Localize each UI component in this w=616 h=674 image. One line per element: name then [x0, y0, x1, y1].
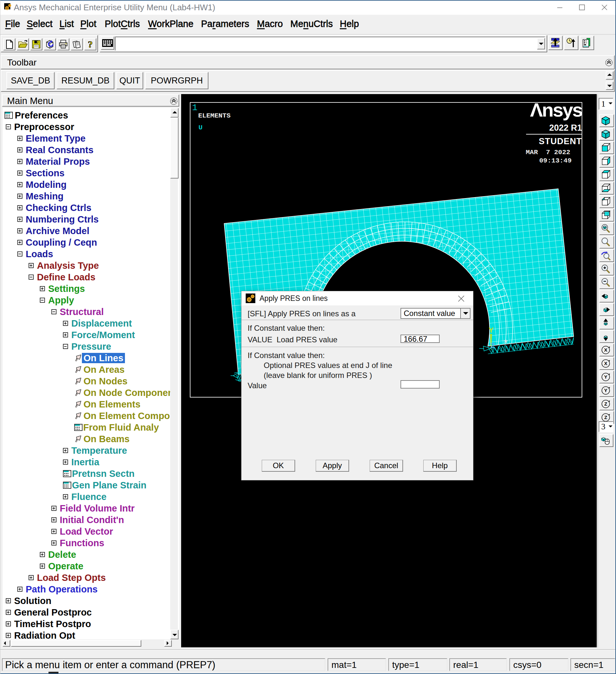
svg-text:X: X [604, 361, 607, 366]
svg-text:Z: Z [604, 401, 607, 407]
svg-text:X: X [604, 347, 607, 353]
svg-text:*: * [504, 337, 508, 349]
svg-text:Y: Y [489, 326, 494, 335]
svg-text:Y: Y [604, 374, 607, 379]
svg-text:Z: Z [490, 342, 495, 350]
svg-text:Z: Z [604, 415, 607, 420]
svg-text:Y: Y [604, 387, 607, 393]
